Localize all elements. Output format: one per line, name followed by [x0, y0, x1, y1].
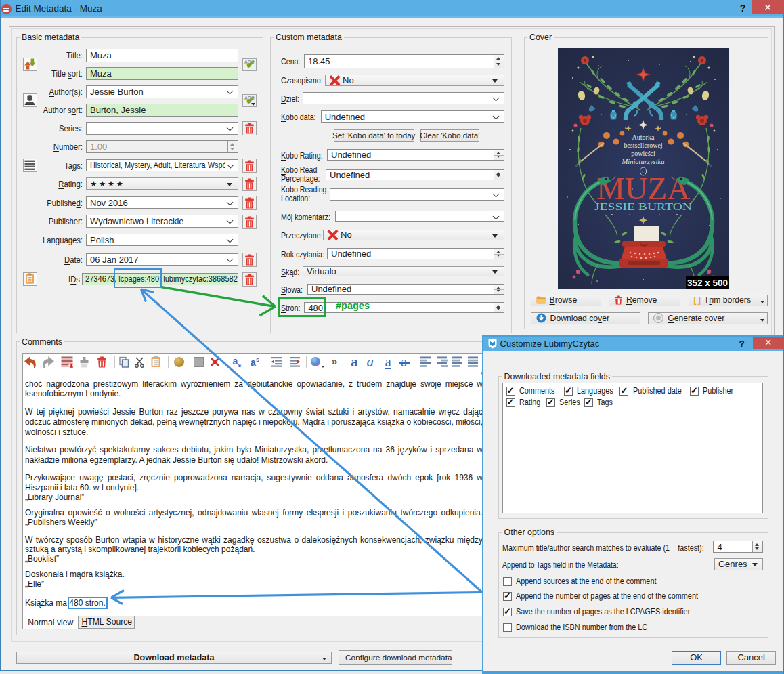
svg-text:Autorka: Autorka: [632, 133, 655, 141]
svg-text:352 x 500: 352 x 500: [687, 278, 728, 288]
svg-text:bestsellerowej: bestsellerowej: [624, 142, 662, 149]
svg-text:Miniaturzystka: Miniaturzystka: [622, 158, 665, 165]
svg-text:JESSIE BURTON: JESSIE BURTON: [594, 201, 692, 212]
svg-text:powieści: powieści: [631, 150, 655, 157]
